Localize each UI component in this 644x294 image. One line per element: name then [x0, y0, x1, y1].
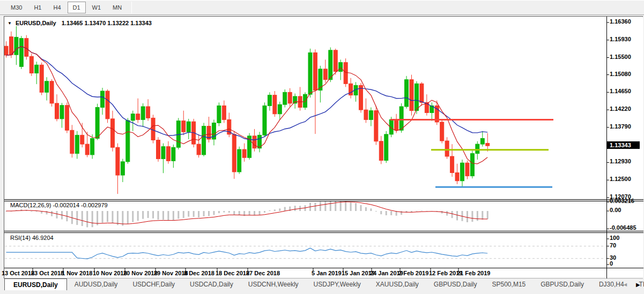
candle-body[interactable] [80, 135, 84, 144]
candle-body[interactable] [288, 92, 292, 103]
candle-body[interactable] [85, 144, 89, 155]
chart-tab-audusd-daily[interactable]: AUDUSD,Daily [67, 278, 125, 290]
indicator-collapse-icon[interactable]: ▼ [8, 21, 12, 26]
candle-body[interactable] [14, 37, 18, 55]
candle-body[interactable] [35, 65, 39, 73]
candle-body[interactable] [273, 95, 277, 114]
candle-body[interactable] [313, 52, 317, 90]
candle-body[interactable] [283, 92, 287, 104]
candle-body[interactable] [172, 147, 175, 161]
candle-body[interactable] [19, 39, 23, 67]
candle-body[interactable] [110, 119, 114, 147]
candle-body[interactable] [238, 149, 241, 172]
candle-body[interactable] [166, 147, 170, 161]
candle-body[interactable] [369, 111, 373, 120]
candle-body[interactable] [242, 149, 246, 157]
candle-body[interactable] [95, 108, 99, 139]
candle-body[interactable] [465, 163, 469, 176]
chart-tab-usdjpy-weekly[interactable]: USDJPY,Weekly [306, 278, 368, 290]
chart-canvas[interactable] [4, 17, 643, 279]
candle-body[interactable] [384, 134, 388, 161]
candle-body[interactable] [410, 80, 413, 111]
candle-body[interactable] [470, 154, 474, 176]
candle-body[interactable] [202, 126, 206, 155]
candle-body[interactable] [126, 120, 130, 162]
candle-body[interactable] [106, 91, 109, 119]
candle-body[interactable] [308, 52, 312, 94]
candle-body[interactable] [420, 84, 424, 102]
candle-body[interactable] [414, 84, 418, 110]
candle-body[interactable] [55, 103, 59, 119]
candle-body[interactable] [217, 105, 221, 123]
candle-body[interactable] [486, 144, 490, 146]
candle-body[interactable] [395, 119, 398, 130]
candle-body[interactable] [197, 144, 201, 155]
candle-body[interactable] [344, 63, 347, 84]
candle-body[interactable] [131, 114, 135, 120]
candle-body[interactable] [157, 140, 160, 159]
candle-body[interactable] [40, 65, 43, 92]
candle-body[interactable] [480, 138, 484, 144]
candle-body[interactable] [455, 172, 459, 180]
candle-body[interactable] [136, 114, 140, 120]
candle-body[interactable] [461, 163, 464, 181]
candle-body[interactable] [146, 107, 150, 118]
candle-body[interactable] [304, 94, 307, 107]
tab-scroll-right-icon[interactable]: ▶ [636, 278, 640, 290]
candle-body[interactable] [9, 37, 13, 55]
candle-body[interactable] [399, 107, 403, 130]
timeframe-button-mn[interactable]: MN [107, 2, 127, 13]
candle-body[interactable] [4, 46, 8, 55]
chart-tab-usdcnh-weekly[interactable]: USDCNH,Weekly [241, 278, 306, 290]
candle-body[interactable] [440, 122, 444, 141]
timeframe-button-d1[interactable]: D1 [68, 2, 86, 13]
candle-body[interactable] [222, 105, 226, 119]
candle-body[interactable] [334, 50, 337, 72]
candle-body[interactable] [445, 141, 449, 156]
timeframe-button-h4[interactable]: H4 [48, 2, 66, 13]
candle-body[interactable] [50, 81, 54, 103]
chart-tab-usdcad-daily[interactable]: USDCAD,Daily [182, 278, 241, 290]
candle-body[interactable] [374, 111, 378, 141]
candle-body[interactable] [25, 39, 28, 57]
chart-tab-xauusd-daily[interactable]: XAUUSD,Daily [368, 278, 426, 290]
candle-body[interactable] [263, 105, 267, 135]
candle-body[interactable] [187, 122, 190, 132]
candle-body[interactable] [161, 147, 165, 159]
candle-body[interactable] [476, 144, 479, 154]
tab-scroll-left-icon[interactable]: ◀ [624, 278, 627, 290]
timeframe-button-h1[interactable]: H1 [28, 2, 47, 13]
candle-body[interactable] [450, 156, 454, 172]
candle-body[interactable] [339, 63, 343, 72]
candle-body[interactable] [182, 121, 186, 132]
candle-body[interactable] [329, 50, 332, 80]
candle-body[interactable] [121, 162, 124, 175]
candle-body[interactable] [141, 107, 145, 119]
candle-body[interactable] [151, 118, 155, 140]
chart-tab-usdchf-daily[interactable]: USDCHF,Daily [125, 278, 182, 290]
candle-body[interactable] [101, 91, 105, 107]
candle-body[interactable] [60, 105, 64, 119]
candle-body[interactable] [116, 147, 120, 175]
chart-tab-eurusd-daily[interactable]: EURUSD,Daily [4, 278, 67, 290]
candle-body[interactable] [45, 81, 49, 93]
chart-tab-sp500-m15[interactable]: SP500,M15 [485, 278, 534, 290]
chart-tab-gbpusd-daily[interactable]: GBPUSD,Daily [426, 278, 485, 290]
candle-body[interactable] [65, 105, 69, 130]
candle-body[interactable] [253, 136, 256, 148]
candle-body[interactable] [278, 104, 282, 114]
candle-body[interactable] [364, 110, 368, 119]
candle-body[interactable] [379, 141, 383, 161]
chart-tab-gbpusd-daily[interactable]: GBPUSD,Daily [533, 278, 591, 290]
candle-body[interactable] [268, 95, 271, 106]
candle-body[interactable] [70, 130, 74, 153]
candle-body[interactable] [91, 138, 94, 154]
candle-body[interactable] [293, 96, 297, 103]
candle-body[interactable] [29, 56, 33, 73]
candle-body[interactable] [405, 80, 409, 107]
candle-body[interactable] [323, 69, 327, 80]
candle-body[interactable] [359, 85, 363, 110]
candle-body[interactable] [75, 135, 79, 153]
candle-body[interactable] [232, 134, 236, 172]
timeframe-button-w1[interactable]: W1 [87, 2, 107, 13]
